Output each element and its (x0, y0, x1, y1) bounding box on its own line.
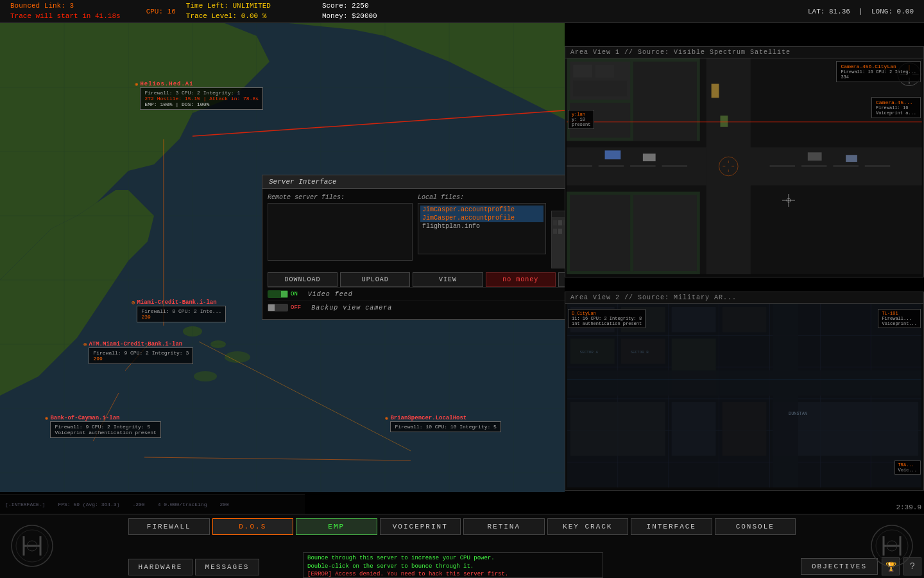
area-view-2: Area View 2 // Source: Military AR... (565, 292, 924, 491)
bank-cayman-voiceprint: Voiceprint authentication present (55, 430, 156, 435)
download-button[interactable]: DOWNLOAD (268, 272, 338, 287)
node-brian-spencer[interactable]: ⊕ BrianSpencer.LocalHost Firewall: 10 CP… (385, 415, 501, 432)
camera2-info: Firewall: 16 (876, 105, 916, 110)
emp-button[interactable]: EMP (296, 518, 377, 535)
right-panel: Area View 1 // Source: Visible Spectrum … (565, 23, 924, 578)
svg-rect-111 (672, 402, 716, 456)
bank-cayman-info: Firewall: 9 CPU: 2 Integrity: 5 (55, 424, 156, 430)
local-files-label: Local files: (418, 194, 464, 201)
miami-credit-info: Firewall: 8 CPU: 2 Inte... (141, 308, 221, 314)
camera2-voiceprint: Voiceprint a... (876, 110, 916, 116)
helios-hostile: 272 Hostile: 15.1% | Attack in: 78.8s (144, 96, 259, 101)
ylan-node[interactable]: y:lan y: 10 present (568, 110, 594, 129)
helios-name: Helios.Hed.Ai (140, 81, 263, 87)
svg-point-7 (194, 371, 217, 381)
file-item-3[interactable]: flightplan.info (420, 222, 543, 231)
video-toggle-label: ON (291, 291, 298, 297)
map-area[interactable]: ⊕ Helios.Hed.Ai Firewall: 3 CPU: 2 Integ… (0, 23, 565, 492)
video-feed-row: ON Video feed (268, 287, 565, 301)
top-hud: Bounced Link: 3 Trace will start in 41.1… (0, 0, 924, 23)
svg-rect-35 (553, 229, 557, 234)
svg-rect-69 (643, 153, 656, 161)
brian-info: Firewall: 10 CPU: 10 Integrity: 5 (395, 424, 496, 430)
svg-rect-65 (573, 65, 592, 78)
camera2-label: Camera-45... (876, 100, 916, 105)
messages-button[interactable]: MESSAGES (195, 559, 259, 575)
svg-rect-70 (808, 152, 822, 161)
camera1-label: Camera-456.CityLan (841, 64, 916, 69)
node-miami-credit[interactable]: ⊕ Miami-Credit-Bank.i-lan Firewall: 8 CP… (132, 299, 226, 322)
area-view-2-image: SECTOR A SECTOR B DUNSTAN D_CityLan 11: … (565, 304, 923, 487)
svg-rect-114 (567, 371, 921, 396)
time-display: 2:39.9 (896, 504, 921, 511)
miami-credit-id: 239 (141, 314, 221, 320)
miami-atm-name: ATM.Miami-Credit-Bank.i-lan (89, 341, 193, 347)
interface-label: [-INTERFACE-] (5, 502, 45, 507)
backup-camera-row: OFF Backup view camera (268, 301, 565, 314)
file-item-1[interactable]: JimCasper.accountprofile (420, 206, 543, 214)
node-miami-atm[interactable]: ⊕ ATM.Miami-Credit-Bank.i-lan Firewall: … (83, 341, 193, 364)
firewall-button[interactable]: FIREWALL (128, 518, 210, 535)
hud-bounced-cpu: Bounced Link: 3 Trace will start in 41.1… (10, 1, 121, 21)
retina-button[interactable]: RETINA (463, 518, 545, 535)
camera1-extra: 334 (841, 74, 916, 80)
svg-rect-112 (722, 402, 766, 456)
miami-atm-id: 299 (93, 356, 189, 362)
camera2-overlay[interactable]: Camera-45... Firewall: 16 Voiceprint a..… (871, 97, 921, 118)
tra-node[interactable]: TRA... Voic... (894, 460, 921, 475)
svg-rect-76 (633, 195, 697, 271)
hud-bounced-link: Bounced Link: 3 (10, 1, 121, 11)
console-line-3: [ERROR] Access denied. You need to hack … (307, 570, 599, 578)
action-buttons: DOWNLOAD UPLOAD VIEW no money TRANSFER (268, 272, 565, 287)
tl101-node[interactable]: TL-101 Firewall... Voiceprint... (878, 309, 921, 328)
file-item-2[interactable]: JimCasper.accountprofile (420, 214, 543, 222)
video-toggle-switch[interactable]: ON (268, 290, 303, 298)
svg-rect-60 (865, 165, 891, 167)
brian-name: BrianSpencer.LocalHost (390, 415, 501, 421)
interface-button[interactable]: INTERFACE (631, 518, 712, 535)
svg-rect-109 (722, 307, 766, 332)
key-crack-button[interactable]: KEY CRACK (547, 518, 629, 535)
transfer-button[interactable]: TRANSFER (558, 272, 565, 287)
hud-trace-start: Trace will start in 41.18s (10, 12, 121, 21)
helios-firewall: Firewall: 3 CPU: 2 Integrity: 1 (144, 90, 259, 96)
svg-rect-32 (553, 220, 557, 225)
video-feed-label: Video feed (308, 291, 353, 298)
bank-cayman-name: Bank-of-Cayman.i-lan (50, 415, 160, 421)
server-interface-panel: Server Interface Remote server files: Lo… (262, 175, 565, 320)
dos-button[interactable]: D.O.S (212, 518, 294, 535)
upload-button[interactable]: UPLOAD (340, 272, 410, 287)
backup-toggle-thumb (268, 304, 275, 311)
camera1-overlay[interactable]: Camera-456.CityLan Firewall: 16 CPU: 2 I… (836, 61, 921, 82)
backup-toggle-switch[interactable]: OFF (268, 304, 306, 311)
svg-rect-68 (605, 150, 621, 159)
node-bank-cayman[interactable]: ⊕ Bank-of-Cayman.i-lan Firewall: 9 CPU: … (45, 415, 161, 438)
bottom-buttons-row1: FIREWALL D.O.S EMP VOICEPRINT RETINA KEY… (0, 514, 924, 538)
logo-right (860, 514, 924, 578)
svg-rect-71 (846, 155, 857, 162)
local-files-list[interactable]: JimCasper.accountprofile JimCasper.accou… (418, 203, 546, 254)
view-button[interactable]: VIEW (413, 272, 483, 287)
console-button[interactable]: CONSOLE (715, 518, 796, 535)
console-line-2: Double-click on the server to bounce thr… (307, 563, 599, 571)
no-money-button[interactable]: no money (486, 272, 556, 287)
node-helios[interactable]: ⊕ Helios.Hed.Ai Firewall: 3 CPU: 2 Integ… (135, 81, 263, 110)
svg-rect-34 (563, 220, 565, 225)
miami-atm-info: Firewall: 9 CPU: 2 Integrity: 3 (93, 350, 189, 356)
voiceprint-button[interactable]: VOICEPRINT (380, 518, 461, 535)
hud-score-money: Score: 2250 Money: $20000 (322, 1, 377, 21)
backup-toggle-label: OFF (291, 304, 301, 311)
d-citylan-node[interactable]: D_CityLan 11: 16 CPU: 2 Integrity: 8 int… (568, 309, 646, 328)
helios-emp: EMP: 100% | DOS: 100% (144, 101, 259, 107)
svg-rect-59 (833, 165, 859, 167)
video-toggle-track (268, 290, 288, 298)
backup-toggle-track (268, 304, 288, 311)
hardware-button[interactable]: HARDWARE (128, 559, 193, 575)
remote-files-list (268, 203, 413, 261)
svg-rect-110 (570, 402, 665, 456)
svg-rect-75 (570, 195, 630, 271)
logo-left (0, 514, 64, 578)
svg-rect-33 (558, 220, 562, 225)
svg-rect-58 (801, 165, 827, 167)
server-panel-title: Server Interface (262, 175, 565, 189)
